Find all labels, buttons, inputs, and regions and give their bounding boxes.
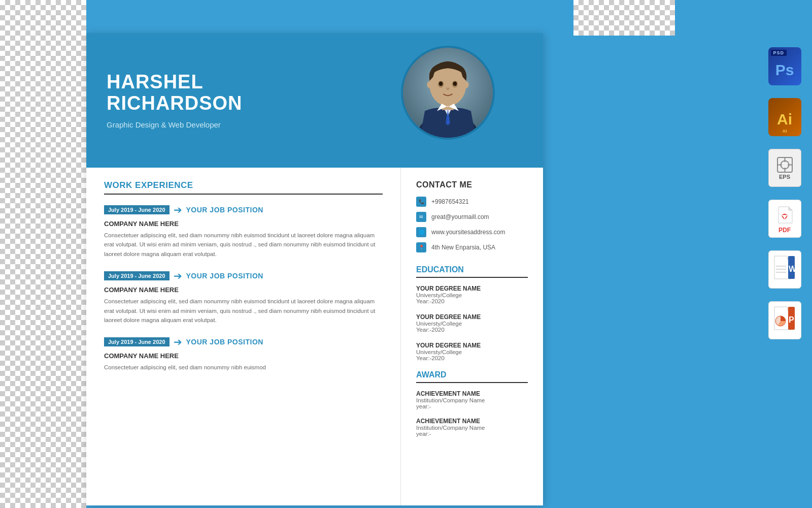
contact-section: CONTACT ME 📞 +9987654321 ✉ great@yourmai… [416,180,528,252]
arrow-right-icon: ➔ [174,336,182,348]
arrow-right-icon: ➔ [174,204,182,216]
work-date-row: July 2019 - June 2020 ➔ YOUR JOB POSITIO… [104,204,383,216]
award-year: year:- [416,431,528,437]
award-section: AWARD ACHIEVEMENT NAME Institution/Compa… [416,370,528,437]
date-badge: July 2019 - June 2020 [104,205,170,214]
transparency-bg-left [0,0,86,508]
profile-photo [401,46,495,140]
award-institution: Institution/Company Name [416,425,528,431]
edu-year: Year:-2020 [416,327,528,333]
edu-school: Universty/College [416,292,528,298]
date-badge: July 2019 - June 2020 [104,337,170,346]
company-name: COMPANY NAME HERE [104,220,383,228]
eps-label: EPS [779,174,790,180]
education-title: EDUCATION [416,265,528,278]
job-position: YOUR JOB POSITION [186,338,263,346]
work-experience-title: WORK EXPERIENCE [104,180,383,195]
edu-degree: YOUR DEGREE NAME [416,313,528,321]
work-date-row: July 2019 - June 2020 ➔ YOUR JOB POSITIO… [104,336,383,348]
contact-website: 🌐 www.yoursitesaddress.com [416,227,528,237]
profile-photo-container [401,41,502,157]
svg-text:P: P [789,315,794,324]
right-column: CONTACT ME 📞 +9987654321 ✉ great@yourmai… [401,168,543,505]
email-icon: ✉ [416,212,426,222]
ai-file-icon[interactable]: Ai AI [767,97,802,137]
work-item: July 2019 - June 2020 ➔ YOUR JOB POSITIO… [104,270,383,325]
award-year: year:- [416,403,528,409]
work-description: Consectetuer adipiscing elit, sed diam n… [104,363,383,372]
contact-email: ✉ great@yourmaill.com [416,212,528,222]
eps-graphic-icon [776,156,794,174]
resume-document: HARSHEL RICHARDSON Graphic Design & Web … [86,33,543,505]
arrow-right-icon: ➔ [174,270,182,282]
work-date-row: July 2019 - June 2020 ➔ YOUR JOB POSITIO… [104,270,383,282]
ai-label: Ai [777,111,792,128]
award-name: ACHIEVEMENT NAME [416,390,528,397]
ppt-file-icon[interactable]: P [767,300,802,340]
edu-school: Universty/College [416,321,528,327]
svg-point-9 [464,81,469,88]
work-item: July 2019 - June 2020 ➔ YOUR JOB POSITIO… [104,204,383,259]
award-title: AWARD [416,370,528,383]
ppt-graphic-icon: P [772,304,797,332]
file-icons-panel: PSD Ps Ai AI EPS [767,46,802,340]
psd-label: Ps [775,61,794,79]
web-icon: 🌐 [416,227,426,237]
word-graphic-icon: W [772,253,797,281]
edu-item: YOUR DEGREE NAME Universty/College Year:… [416,285,528,304]
psd-file-icon[interactable]: PSD Ps [767,46,802,86]
word-file-icon[interactable]: W [767,249,802,290]
contact-address: 📍 4th New Enparsia, USA [416,242,528,252]
edu-year: Year:-2020 [416,355,528,361]
job-position: YOUR JOB POSITION [186,206,263,214]
date-badge: July 2019 - June 2020 [104,271,170,280]
svg-point-6 [439,81,443,86]
edu-item: YOUR DEGREE NAME Universty/College Year:… [416,342,528,361]
resume-header: HARSHEL RICHARDSON Graphic Design & Web … [86,33,543,168]
pdf-graphic-icon [774,204,795,226]
pdf-label: PDF [779,227,791,234]
location-icon: 📍 [416,242,426,252]
work-item: July 2019 - June 2020 ➔ YOUR JOB POSITIO… [104,336,383,372]
phone-icon: 📞 [416,197,426,207]
work-description: Consectetuer adipiscing elit, sed diam n… [104,297,383,325]
svg-point-8 [427,81,432,88]
left-column: WORK EXPERIENCE July 2019 - June 2020 ➔ … [86,168,401,505]
award-item: ACHIEVEMENT NAME Institution/Company Nam… [416,418,528,437]
pdf-file-icon[interactable]: PDF [767,198,802,239]
edu-degree: YOUR DEGREE NAME [416,285,528,292]
svg-text:W: W [789,265,797,273]
award-item: ACHIEVEMENT NAME Institution/Company Nam… [416,390,528,409]
contact-phone: 📞 +9987654321 [416,197,528,207]
work-description: Consectetuer adipiscing elit, sed diam n… [104,231,383,259]
svg-point-7 [453,81,457,86]
edu-degree: YOUR DEGREE NAME [416,342,528,349]
resume-body: WORK EXPERIENCE July 2019 - June 2020 ➔ … [86,168,543,505]
company-name: COMPANY NAME HERE [104,286,383,294]
education-section: EDUCATION YOUR DEGREE NAME Universty/Col… [416,265,528,361]
contact-title: CONTACT ME [416,180,528,189]
transparency-bg-top-right [573,0,675,36]
job-position: YOUR JOB POSITION [186,272,263,280]
eps-file-icon[interactable]: EPS [767,147,802,188]
edu-year: Year:-2020 [416,298,528,304]
edu-item: YOUR DEGREE NAME Universty/College Year:… [416,313,528,333]
award-name: ACHIEVEMENT NAME [416,418,528,425]
award-institution: Institution/Company Name [416,397,528,403]
company-name: COMPANY NAME HERE [104,352,383,360]
edu-school: Universty/College [416,349,528,355]
